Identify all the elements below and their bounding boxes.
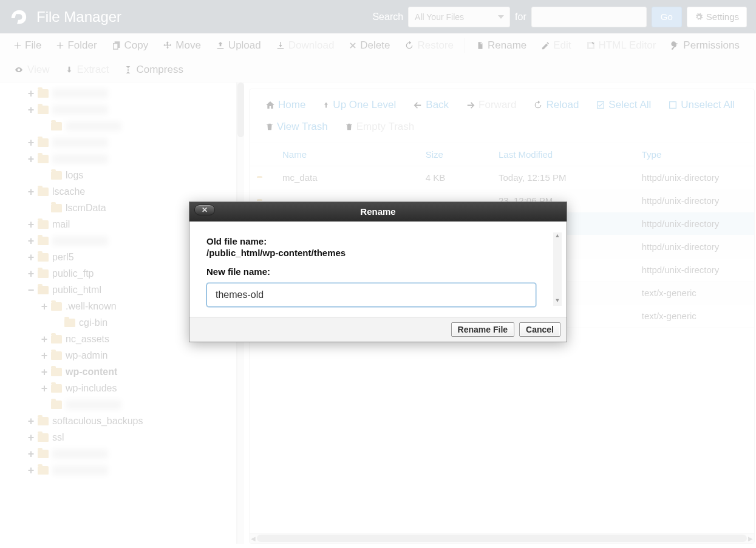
dialog-title-bar: ✕ Rename xyxy=(189,202,567,222)
dialog-title: Rename xyxy=(360,206,395,217)
new-filename-label: New file name: xyxy=(206,266,550,277)
scroll-down-icon[interactable]: ▼ xyxy=(553,297,562,306)
cancel-button[interactable]: Cancel xyxy=(519,322,560,337)
close-icon: ✕ xyxy=(202,200,208,220)
scroll-up-icon[interactable]: ▲ xyxy=(553,232,562,241)
old-filename-path: /public_html/wp-content/themes xyxy=(206,248,550,258)
dialog-close-button[interactable]: ✕ xyxy=(194,205,215,215)
rename-file-button[interactable]: Rename File xyxy=(451,322,514,337)
new-filename-input[interactable] xyxy=(206,283,536,307)
dialog-scrollbar[interactable]: ▲ ▼ xyxy=(553,232,562,306)
rename-dialog: ✕ Rename Old file name: /public_html/wp-… xyxy=(189,201,567,342)
old-filename-label: Old file name: xyxy=(206,236,550,246)
